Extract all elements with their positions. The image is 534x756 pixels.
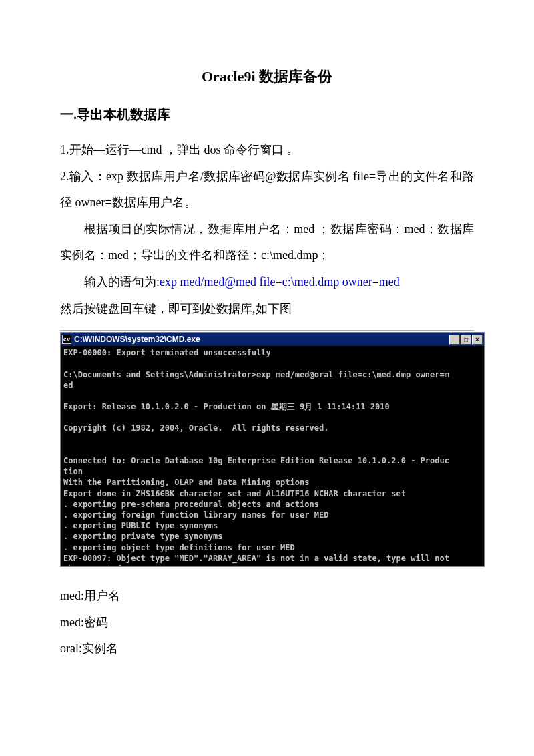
- section1-heading: 一.导出本机数据库: [60, 106, 474, 124]
- para-1: 1.开始—运行—cmd ，弹出 dos 命令行窗口 。: [60, 137, 474, 164]
- footer-line-3: oral:实例名: [60, 636, 474, 663]
- command-text: exp med/med@med file=c:\med.dmp owner=me…: [160, 275, 400, 289]
- close-button[interactable]: ×: [472, 335, 483, 345]
- para-5: 然后按键盘回车键，即可到处数据库,如下图: [60, 296, 474, 323]
- footer-notes: med:用户名 med:密码 oral:实例名: [60, 583, 474, 663]
- terminal-titlebar: cv C:\WINDOWS\system32\CMD.exe _ □ ×: [61, 333, 484, 346]
- terminal-icon: cv: [62, 335, 71, 344]
- window-buttons: _ □ ×: [449, 335, 483, 345]
- footer-line-1: med:用户名: [60, 583, 474, 610]
- para-3: 根据项目的实际情况，数据库用户名：med ；数据库密码：med；数据库实例名：m…: [60, 216, 474, 269]
- terminal-screenshot: cv C:\WINDOWS\system32\CMD.exe _ □ × EXP…: [60, 330, 474, 567]
- para-2: 2.输入：exp 数据库用户名/数据库密码@数据库实例名 file=导出的文件名…: [60, 164, 474, 216]
- para-4: 输入的语句为:exp med/med@med file=c:\med.dmp o…: [60, 269, 474, 296]
- terminal-title: C:\WINDOWS\system32\CMD.exe: [74, 335, 449, 344]
- minimize-button[interactable]: _: [449, 335, 460, 345]
- terminal-output: EXP-00000: Export terminated unsuccessfu…: [61, 346, 484, 566]
- para-4-prefix: 输入的语句为:: [84, 275, 160, 289]
- maximize-button[interactable]: □: [461, 335, 471, 345]
- doc-title: Oracle9i 数据库备份: [60, 67, 474, 87]
- footer-line-2: med:密码: [60, 610, 474, 636]
- terminal-window: cv C:\WINDOWS\system32\CMD.exe _ □ × EXP…: [60, 332, 485, 567]
